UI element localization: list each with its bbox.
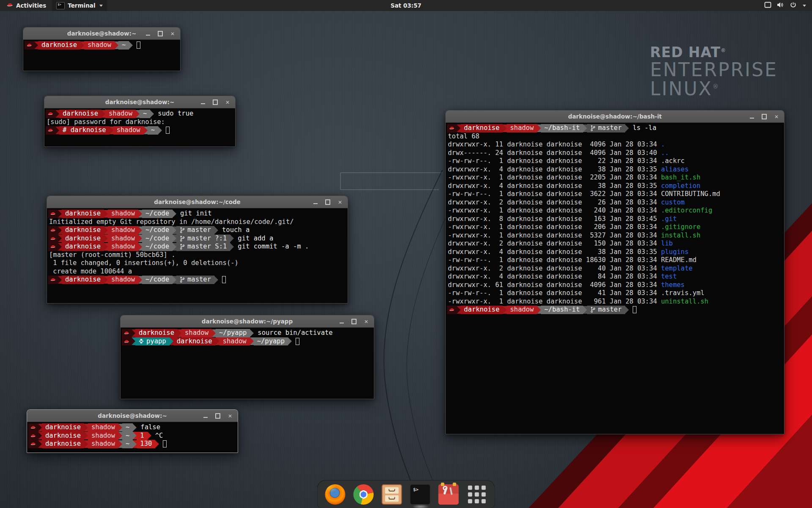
powerline-separator [118, 432, 122, 439]
output-line: [master (root-commit) 50bcb63] . [48, 251, 347, 260]
terminal-icon[interactable]: $> [410, 484, 431, 505]
terminal-window[interactable]: darknoise@shadow:~✕darknoiseshadow~sudo … [44, 96, 236, 147]
terminal-titlebar[interactable]: darknoise@shadow:~/code✕ [47, 196, 348, 208]
chrome-icon[interactable] [354, 484, 374, 505]
segment-text: 130 [140, 440, 152, 448]
prompt-segment-host: shadow [105, 110, 136, 118]
app-menu-button[interactable]: $> Terminal [52, 0, 107, 11]
files-icon[interactable] [382, 484, 402, 505]
maximize-button[interactable] [351, 319, 357, 324]
prompt-segment-path: ~ [140, 110, 150, 118]
terminal-window[interactable]: darknoise@shadow:~/code✕darknoiseshadow~… [47, 196, 348, 304]
powerline-separator [170, 337, 173, 345]
activities-button[interactable]: Activities [3, 0, 49, 11]
terminal-titlebar[interactable]: darknoise@shadow:~✕ [23, 28, 180, 40]
prompt-segment-path: ~/pyapp [216, 329, 250, 337]
prompt-segment-iconseg [122, 329, 132, 337]
segment-text: ~ [151, 126, 155, 135]
segment-text: ~/code [145, 210, 169, 218]
minimize-button[interactable] [145, 31, 151, 36]
powerline-separator [625, 124, 629, 132]
terminal-titlebar[interactable]: darknoise@shadow:~/bash-it✕ [446, 110, 784, 123]
output-line: -rwxrwxr-x. 1 darknoise darknoise 206 Ja… [447, 223, 783, 232]
prompt-line: darknoiseshadow~/codegit init [48, 210, 347, 218]
terminal-titlebar[interactable]: darknoise@shadow:~/pyapp✕ [121, 315, 374, 328]
fedora-icon [50, 228, 56, 232]
terminal-window[interactable]: darknoise@shadow:~/bash-it✕darknoiseshad… [445, 110, 785, 434]
powerline-separator [118, 440, 122, 448]
powerline-separator [58, 226, 62, 234]
window-title: darknoise@shadow:~/pyapp [202, 318, 293, 325]
command-text: git init [180, 210, 212, 218]
terminal-body[interactable]: darknoiseshadow~falsedarknoiseshadow~1^C… [27, 422, 238, 448]
output-text: Initialized empty Git repository in /hom… [49, 218, 294, 226]
toolbox-icon[interactable] [439, 484, 459, 505]
prompt-segment-path: ~ [122, 432, 133, 440]
terminal-body[interactable]: darknoiseshadow~sudo true[sudo] password… [44, 108, 235, 135]
chevron-down-icon [803, 5, 806, 7]
terminal-window[interactable]: darknoise@shadow:~✕darknoiseshadow~ [23, 27, 181, 71]
maximize-button[interactable] [325, 200, 330, 205]
app-grid-icon[interactable] [467, 484, 487, 505]
maximize-button[interactable] [158, 31, 163, 36]
output-text: bash_it.sh [661, 174, 700, 182]
minimize-button[interactable] [339, 319, 344, 324]
minimize-button[interactable] [749, 114, 754, 119]
output-text: .gitignore [661, 223, 700, 232]
prompt-segment-iconseg [28, 423, 38, 432]
output-text: -rwxrwxr-x. 1 darknoise darknoise 5327 J… [448, 232, 661, 240]
terminal-window[interactable]: darknoise@shadow:~/pyapp✕darknoiseshadow… [120, 315, 374, 399]
minimize-button[interactable] [200, 100, 206, 105]
maximize-button[interactable] [762, 114, 767, 119]
prompt-line: darknoiseshadow~sudo true [46, 110, 234, 118]
output-text: .travis.yml [661, 289, 705, 298]
maximize-button[interactable] [213, 100, 218, 105]
output-text: -rw-rw-r--. 1 darknoise darknoise 3622 J… [448, 190, 661, 199]
terminal-body[interactable]: darknoiseshadow~ [23, 40, 180, 50]
output-text: CONTRIBUTING.md [661, 190, 720, 199]
terminal-body[interactable]: darknoiseshadow~/bash-itmasterls -latota… [446, 123, 784, 314]
minimize-button[interactable] [203, 414, 208, 419]
fedora-icon [50, 211, 56, 216]
segment-text: ~ [126, 440, 129, 448]
clock[interactable]: Sat 03:57 [391, 0, 422, 11]
terminal-body[interactable]: darknoiseshadow~/pyappsource bin/activat… [121, 328, 374, 345]
powerline-separator [84, 440, 88, 448]
firefox-icon[interactable] [325, 484, 346, 505]
command-text: ls -la [633, 124, 656, 133]
output-line: -rwxrwxr-x. 1 darknoise darknoise 5327 J… [447, 232, 783, 240]
chevron-down-icon [99, 5, 103, 7]
close-button[interactable]: ✕ [774, 114, 779, 119]
system-status-area[interactable] [761, 0, 809, 11]
powerline-separator [104, 276, 108, 284]
close-button[interactable]: ✕ [225, 100, 230, 105]
prompt-line: pyappdarknoiseshadow~/pyapp [122, 337, 373, 346]
powerline-separator [150, 110, 154, 118]
powerline-separator [173, 235, 176, 242]
terminal-window[interactable]: darknoise@shadow:~✕darknoiseshadow~false… [27, 409, 238, 453]
terminal-titlebar[interactable]: darknoise@shadow:~✕ [27, 410, 238, 422]
close-button[interactable]: ✕ [170, 31, 175, 36]
minimize-button[interactable] [313, 200, 318, 205]
fedora-icon [50, 236, 56, 241]
command-text: source bin/activate [258, 329, 332, 337]
branch-icon [180, 276, 185, 283]
output-line: -rw-rw-r--. 1 darknoise darknoise 41 Jan… [447, 289, 783, 298]
prompt-segment-iconseg [48, 276, 58, 284]
prompt-segment-branch: master [176, 276, 214, 284]
terminal-body[interactable]: darknoiseshadow~/codegit initInitialized… [47, 208, 348, 284]
close-button[interactable]: ✕ [364, 319, 369, 324]
output-line: drwxrwxr-x. 61 darknoise darknoise 4096 … [447, 281, 783, 290]
output-text: drwxrwxr-x. 4 darknoise darknoise 38 Jan… [448, 248, 661, 257]
window-controls: ✕ [203, 410, 233, 422]
terminal-titlebar[interactable]: darknoise@shadow:~✕ [44, 96, 235, 108]
segment-text: darknoise [65, 235, 101, 243]
maximize-button[interactable] [215, 414, 220, 419]
prompt-segment-iconseg [25, 41, 34, 50]
powerline-separator [178, 329, 181, 337]
close-button[interactable]: ✕ [228, 414, 233, 419]
segment-text: shadow [88, 41, 111, 50]
terminal-cursor [137, 41, 140, 49]
close-button[interactable]: ✕ [337, 200, 343, 205]
top-bar: Activities $> Terminal Sat 03:57 [0, 0, 812, 11]
